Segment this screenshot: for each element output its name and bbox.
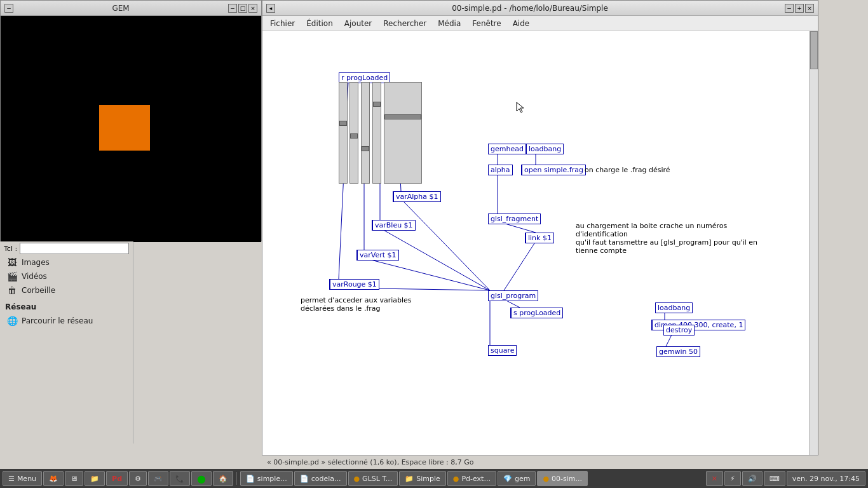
file-item-trash[interactable]: 🗑 Corbeille [0, 283, 133, 297]
taskbar-00sim-label: 00-sim... [552, 475, 582, 483]
taskbar-keyboard[interactable]: ⌨ [764, 471, 785, 486]
pd-object-loadbang1[interactable]: loadbang [526, 144, 564, 154]
taskbar-datetime-label: ven. 29 nov., 17:45 [792, 475, 860, 483]
phone-icon: 📞 [175, 475, 184, 483]
taskbar-simple2-label: Simple [416, 475, 440, 483]
game-icon: 🎮 [154, 475, 163, 483]
pd-statusbar: « 00-simple.pd » sélectionné (1,6 ko), E… [262, 455, 818, 469]
pd-object-alpha[interactable]: alpha [488, 165, 513, 175]
pd-max-button[interactable]: + [795, 4, 804, 13]
tcl-input[interactable] [20, 243, 129, 254]
gem-window-title: GEM [13, 4, 228, 13]
taskbar-close-notif[interactable]: ✕ [706, 471, 723, 486]
pd-left-btn[interactable]: ◂ [266, 4, 275, 13]
pd-slider-3[interactable] [361, 82, 370, 184]
gem-close-button[interactable]: × [248, 4, 257, 13]
pd-slider-4[interactable] [372, 82, 381, 184]
taskbar-gem-icon: 💎 [503, 475, 512, 483]
gem-minimize-button[interactable]: − [4, 4, 13, 13]
terminal-icon: 🖥 [71, 475, 78, 483]
pd-slider-wide[interactable] [384, 82, 422, 184]
svg-line-5 [504, 241, 536, 290]
file-item-network-label: Parcourir le réseau [22, 316, 93, 325]
tcl-row: Tcl : [0, 241, 133, 255]
pd-object-gemwin50[interactable]: gemwin 50 [656, 346, 700, 357]
file-item-images-label: Images [22, 258, 50, 267]
pd-object-varalpha[interactable]: varAlpha $1 [393, 191, 441, 202]
green-icon: ● [197, 473, 206, 485]
pd-close-button[interactable]: × [805, 4, 814, 13]
taskbar-menu-label: Menu [17, 475, 36, 483]
taskbar-gem-label: gem [515, 475, 530, 483]
taskbar-simple-button[interactable]: 📄 simple... [240, 471, 293, 486]
pd-object-gemhead[interactable]: gemhead [488, 144, 526, 154]
taskbar-datetime[interactable]: ven. 29 nov., 17:45 [787, 471, 865, 486]
gem-titlebar: − GEM − □ × [1, 1, 261, 16]
pd-icon: Pd [112, 475, 122, 483]
images-icon: 🖼 [6, 257, 18, 268]
home-icon: 🏠 [219, 475, 227, 483]
pd-slider-2[interactable] [349, 82, 358, 184]
taskbar-00sim-button[interactable]: ● 00-sim... [537, 471, 588, 486]
pd-titlebar: ◂ 00-simple.pd - /home/lolo/Bureau/Simpl… [262, 1, 818, 16]
taskbar-filemanager-button[interactable]: 📁 [85, 471, 105, 486]
pd-object-s-progloaded[interactable]: s progLoaded [510, 308, 563, 318]
taskbar-game-button[interactable]: 🎮 [148, 471, 168, 486]
svg-line-9 [366, 259, 490, 290]
taskbar-menu-button[interactable]: ☰ Menu [3, 471, 42, 486]
taskbar-volume[interactable]: 🔊 [742, 471, 763, 486]
taskbar-phone-button[interactable]: 📞 [170, 471, 190, 486]
pd-minimize-button[interactable]: − [785, 4, 794, 13]
pd-object-glsl-fragment[interactable]: glsl_fragment [488, 214, 541, 224]
menu-icon: ☰ [8, 475, 15, 483]
pd-object-destroy[interactable]: destroy [663, 325, 695, 336]
taskbar-simple2-icon: 📁 [405, 475, 414, 483]
taskbar-bluetooth[interactable]: ⚡ [724, 471, 741, 486]
gem-max-button[interactable]: □ [238, 4, 247, 13]
pd-object-loadbang2[interactable]: loadbang [655, 302, 693, 313]
pd-object-glsl-program[interactable]: glsl_program [488, 290, 538, 301]
pd-object-varbleu[interactable]: varBleu $1 [372, 220, 416, 231]
menu-media[interactable]: Média [433, 18, 466, 29]
pd-comment-variables: permet d'acceder aux variables déclarées… [301, 296, 412, 313]
file-item-videos[interactable]: 🎬 Vidéos [0, 269, 133, 283]
file-item-images[interactable]: 🖼 Images [0, 255, 133, 269]
pd-comment-chargement: au chargement la boite crache un numéros… [576, 222, 779, 255]
taskbar-simple-icon: 📄 [246, 475, 255, 483]
menu-fenetre[interactable]: Fenêtre [467, 18, 506, 29]
cursor-position [515, 101, 526, 111]
taskbar-pdext-button[interactable]: ● Pd-ext... [447, 471, 496, 486]
taskbar-green-button[interactable]: ● [191, 471, 212, 486]
menu-rechercher[interactable]: Rechercher [378, 18, 431, 29]
taskbar-glsl-button[interactable]: ● GLSL T... [348, 471, 398, 486]
pd-object-link[interactable]: link $1 [525, 233, 554, 243]
pd-canvas[interactable]: r progLoaded gemhead loadbang alpha open… [262, 31, 818, 458]
settings-icon: ⚙ [135, 475, 141, 483]
taskbar-home-button[interactable]: 🏠 [213, 471, 233, 486]
taskbar-codela-button[interactable]: 📄 codela... [294, 471, 347, 486]
file-panel: Tcl : 🖼 Images 🎬 Vidéos 🗑 Corbeille Rése… [0, 241, 133, 444]
menu-edition[interactable]: Édition [301, 18, 338, 29]
filemanager-icon: 📁 [90, 475, 99, 483]
menu-fichier[interactable]: Fichier [265, 18, 300, 29]
pd-object-square[interactable]: square [488, 345, 517, 356]
pd-object-open-frag[interactable]: open simple.frag [521, 165, 586, 175]
menu-aide[interactable]: Aide [508, 18, 535, 29]
taskbar-simple2-button[interactable]: 📁 Simple [399, 471, 446, 486]
gem-minimize2-button[interactable]: − [228, 4, 237, 13]
taskbar: ☰ Menu 🦊 🖥 📁 Pd ⚙ 🎮 📞 ● 🏠 📄 simple... 📄 … [0, 469, 868, 488]
pd-object-varvert[interactable]: varVert $1 [356, 250, 399, 261]
taskbar-settings-button[interactable]: ⚙ [129, 471, 147, 486]
taskbar-terminal-button[interactable]: 🖥 [65, 471, 83, 486]
menu-ajouter[interactable]: Ajouter [339, 18, 377, 29]
taskbar-firefox-button[interactable]: 🦊 [43, 471, 64, 486]
pd-scrollbar[interactable] [809, 31, 818, 458]
file-item-network[interactable]: 🌐 Parcourir le réseau [0, 314, 133, 328]
pd-scroll-thumb[interactable] [810, 31, 818, 69]
cursor-icon [515, 101, 526, 114]
pd-slider-1[interactable] [339, 82, 348, 184]
taskbar-gem-button[interactable]: 💎 gem [498, 471, 536, 486]
pd-object-varrouge[interactable]: varRouge $1 [329, 279, 379, 290]
close-notif-icon: ✕ [712, 475, 717, 483]
taskbar-pd-button[interactable]: Pd [106, 471, 128, 486]
